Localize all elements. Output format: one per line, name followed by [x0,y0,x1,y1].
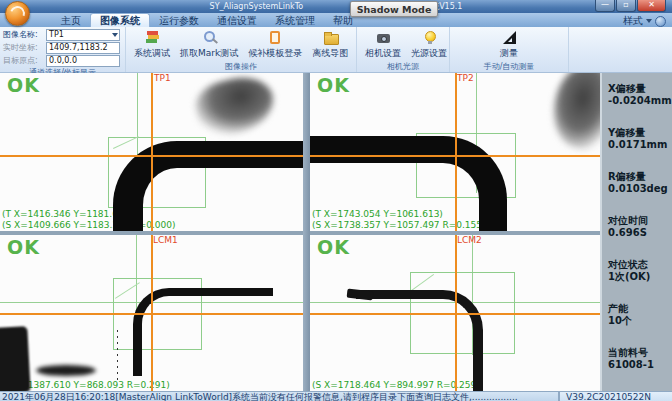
camera-settings-button[interactable]: 相机设置 [360,30,406,60]
group-image-ops: 系统调试 抓取Mark测试 候补模板登录 离线导图 图像操作 [125,27,356,72]
version-label: V39.2C20210522N [558,392,672,401]
status-ok-text: OK [7,236,40,258]
stat-label: 当前料号 [608,347,672,359]
black-blob [0,326,31,391]
measurement-sidebar: X偏移量 -0.0204mm Y偏移量 0.0171mm R偏移量 0.0103… [600,73,672,391]
offline-map-button[interactable]: 离线导图 [307,30,353,60]
tab-home[interactable]: 主页 [52,14,90,27]
panel-edge-shape [356,290,483,391]
measure-button[interactable]: 测量 [495,30,523,60]
style-selector[interactable]: 样式 [623,14,666,28]
camera-icon [375,30,392,45]
stat-y-offset: Y偏移量 0.0171mm [608,127,672,151]
crosshair-hline [0,155,303,157]
tab-system-manage[interactable]: 系统管理 [266,14,324,27]
crosshair-hline [0,313,303,315]
group-camera-light: 相机设置 光源设置 相机光源 [356,27,449,72]
gray-smudge [191,73,280,142]
group-measure: 测量 手动/自动测量 [449,27,568,72]
maximize-button[interactable]: ▫ [616,0,636,12]
stat-value: 0.0171mm [608,139,672,151]
ribbon: 图像名称: TP1 实时坐标: 1409.7,1183.2 目标原点: 0.0,… [0,27,672,73]
camera-view-tp2[interactable]: OK TP2 (T X=1743.054 Y=1061.613) (S X=17… [310,73,600,231]
template-register-button[interactable]: 候补模板登录 [243,30,307,60]
image-name-label: 图像名称: [3,29,46,40]
help-icon[interactable] [655,16,666,27]
window-title-left: SY_AliagnSystemLinkTo [210,2,304,11]
stat-value: 0.696S [608,227,672,239]
status-ok-text: OK [7,74,40,96]
tab-comm-settings[interactable]: 通信设置 [208,14,266,27]
stat-label: 产能 [608,303,672,315]
camera-view-lcm2[interactable]: OK LCM2 (S X=1718.464 Y=894.997 R=0.259) [310,235,600,391]
status-message: 2021年06月28日16:20:18[MasterAlign LinkToWo… [0,392,558,401]
stat-align-time: 对位时间 0.696S [608,215,672,239]
stat-value: 0.0103deg [608,183,672,195]
bulb-icon [421,30,438,45]
style-selector-label: 样式 [623,14,643,28]
app-logo-orb-icon[interactable] [5,1,30,26]
group-label-camera-light: 相机光源 [357,61,449,72]
stat-label: 对位状态 [608,259,672,271]
stat-label: R偏移量 [608,171,672,183]
panel-edge-shape [310,136,507,231]
chevron-down-icon [646,19,652,23]
ruler-icon [501,30,518,45]
crosshair-vline [455,73,457,231]
vertical-divider [303,73,310,391]
view-label-tp2: TP2 [457,73,474,83]
system-debug-button[interactable]: 系统调试 [129,30,175,60]
stat-value: 61008-1 [608,359,672,371]
group-label-image-ops: 图像操作 [126,61,356,72]
shadow-mode-badge: Shadow Mode [350,1,438,17]
folder-icon [322,30,339,45]
target-origin-field[interactable]: 0.0,0.0 [46,55,120,67]
status-ok-text: OK [317,236,350,258]
stat-value: -0.0204mm [608,95,672,107]
light-settings-button[interactable]: 光源设置 [406,30,452,60]
image-name-combobox[interactable]: TP1 [46,29,120,41]
ribbon-spacer [568,27,672,72]
gray-smudge [546,73,600,154]
stat-align-status: 对位状态 1次(OK) [608,259,672,283]
stat-label: Y偏移量 [608,127,672,139]
group-label-measure: 手动/自动测量 [450,61,568,72]
stat-value: 1次(OK) [608,271,672,283]
speck-marks [117,330,118,380]
camera-view-lcm1[interactable]: OK LCM1 (S X=1387.610 Y=868.093 R=0.291) [0,235,303,391]
view-label-lcm1: LCM1 [153,235,178,245]
tab-image-system[interactable]: 图像系统 [90,13,150,27]
view-label-lcm2: LCM2 [457,235,482,245]
crosshair-hline [310,155,600,157]
black-smudge [36,365,96,376]
panel-edge-shape [133,288,273,376]
close-button[interactable]: ✕ [637,0,666,12]
target-origin-label: 目标原点: [3,55,46,66]
stat-r-offset: R偏移量 0.0103deg [608,171,672,195]
status-ok-text: OK [317,74,350,96]
grab-mark-test-button[interactable]: 抓取Mark测试 [175,30,243,60]
chevron-down-icon [112,33,118,37]
realtime-coord-label: 实时坐标: [3,42,46,53]
clipboard-icon [267,30,284,45]
crosshair-hline [310,313,600,315]
realtime-coord-field[interactable]: 1409.7,1183.2 [46,42,120,54]
ribbon-tab-bar: 主页 图像系统 运行参数 通信设置 系统管理 帮助 样式 [0,13,672,27]
panel-edge-taper [347,289,374,301]
crosshair-vline [151,73,153,231]
tab-run-params[interactable]: 运行参数 [150,14,208,27]
window-controls: — ▫ ✕ [594,0,666,12]
camera-view-tp1[interactable]: OK TP1 (T X=1416.346 Y=1181.616) (S X=14… [0,73,303,231]
magnifier-icon [201,30,218,45]
stat-value: 10个 [608,315,672,327]
window-title: SY_AliagnSystemLinkTo 动对位系统V15.1 [0,2,672,11]
minimize-button[interactable]: — [595,0,615,12]
stat-capacity: 产能 10个 [608,303,672,327]
stat-part-number: 当前料号 61008-1 [608,347,672,371]
group-channel-coords: 图像名称: TP1 实时坐标: 1409.7,1183.2 目标原点: 0.0,… [0,27,125,72]
stat-x-offset: X偏移量 -0.0204mm [608,83,672,107]
status-bar: 2021年06月28日16:20:18[MasterAlign LinkToWo… [0,391,672,401]
toolbox-icon [144,30,161,45]
title-bar: SY_AliagnSystemLinkTo 动对位系统V15.1 Shadow … [0,0,672,13]
application-window: SY_AliagnSystemLinkTo 动对位系统V15.1 Shadow … [0,0,672,401]
